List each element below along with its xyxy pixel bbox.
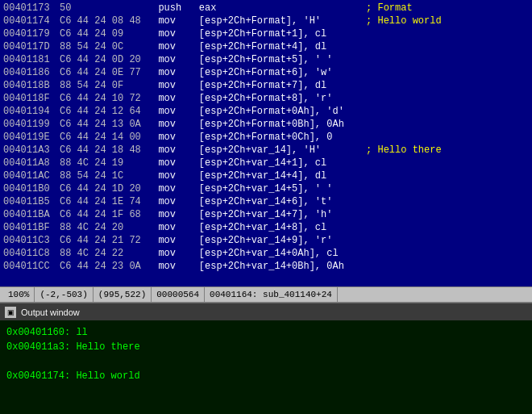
disasm-addr: 004011B0: [3, 182, 60, 195]
disasm-addr: 004011B5: [3, 195, 60, 208]
disasm-addr: 0040118F: [3, 92, 60, 105]
disasm-addr: 004011C8: [3, 247, 60, 260]
disasm-mnemonic: mov: [158, 169, 198, 182]
disasm-mnemonic: mov: [158, 79, 198, 92]
disasm-operands: [esp+2Ch+Format+6], 'w': [199, 66, 360, 79]
table-row: 0040119E C6 44 24 14 00 mov [esp+2Ch+For…: [3, 131, 529, 144]
disasm-addr: 004011BF: [3, 221, 60, 234]
disasm-addr: 00401173: [3, 2, 60, 15]
disasm-comment: ; Hello world: [360, 15, 442, 27]
disasm-bytes: C6 44 24 23 0A: [60, 260, 158, 273]
disasm-addr: 00401199: [3, 118, 60, 131]
disasm-bytes: C6 44 24 18 48: [60, 144, 158, 157]
disasm-addr: 00401194: [3, 105, 60, 118]
table-row: 00401194 C6 44 24 12 64 mov [esp+2Ch+For…: [3, 105, 529, 118]
hex-status: 00000564: [152, 287, 205, 302]
table-row: 00401199 C6 44 24 13 0A mov [esp+2Ch+For…: [3, 118, 529, 131]
disasm-mnemonic: mov: [158, 157, 198, 169]
disasm-mnemonic: mov: [158, 131, 198, 144]
disasm-mnemonic: mov: [158, 53, 198, 66]
disasm-bytes: 88 4C 24 19: [60, 157, 158, 169]
table-row: 00401174 C6 44 24 08 48 mov [esp+2Ch+For…: [3, 15, 529, 27]
disasm-mnemonic: mov: [158, 66, 198, 79]
disasm-mnemonic: push: [158, 2, 198, 15]
table-row: 004011BA C6 44 24 1F 68 mov [esp+2Ch+var…: [3, 208, 529, 221]
info-status: 00401164: sub_401140+24: [205, 287, 338, 302]
output-icon: ▣: [5, 307, 16, 318]
disasm-addr: 00401179: [3, 27, 60, 40]
table-row: 004011A3 C6 44 24 18 48 mov [esp+2Ch+var…: [3, 144, 529, 157]
disasm-mnemonic: mov: [158, 118, 198, 131]
disasm-operands: [esp+2Ch+Format+7], dl: [199, 79, 360, 92]
table-row: 004011C8 88 4C 24 22 mov [esp+2Ch+var_14…: [3, 247, 529, 260]
disasm-operands: [esp+2Ch+Format+0Ah], 'd': [199, 105, 360, 118]
disasm-operands: [esp+2Ch+var_14+7], 'h': [199, 208, 360, 221]
disasm-operands: [esp+2Ch+Format+0Ch], 0: [199, 131, 360, 144]
disasm-operands: [esp+2Ch+Format+5], ' ': [199, 53, 360, 66]
table-row: 0040118B 88 54 24 0F mov [esp+2Ch+Format…: [3, 79, 529, 92]
disasm-mnemonic: mov: [158, 221, 198, 234]
table-row: 00401173 50 push eax ; Format: [3, 2, 529, 15]
output-line: 0x004011a3: Hello there: [6, 340, 526, 354]
disasm-bytes: C6 44 24 1E 74: [60, 195, 158, 208]
table-row: 004011BF 88 4C 24 20 mov [esp+2Ch+var_14…: [3, 221, 529, 234]
disasm-mnemonic: mov: [158, 15, 198, 27]
disasm-mnemonic: mov: [158, 234, 198, 247]
output-header: ▣ Output window: [0, 303, 532, 320]
disasm-bytes: C6 44 24 1F 68: [60, 208, 158, 221]
disasm-bytes: C6 44 24 0E 77: [60, 66, 158, 79]
disasm-mnemonic: mov: [158, 182, 198, 195]
disasm-mnemonic: mov: [158, 27, 198, 40]
disasm-operands: [esp+2Ch+var_14+6], 't': [199, 195, 360, 208]
output-line: [6, 354, 526, 369]
disasm-addr: 00401181: [3, 53, 60, 66]
disasm-addr: 0040118B: [3, 79, 60, 92]
disasm-addr: 004011BA: [3, 208, 60, 221]
table-row: 00401181 C6 44 24 0D 20 mov [esp+2Ch+For…: [3, 53, 529, 66]
disasm-addr: 004011A8: [3, 157, 60, 169]
table-row: 004011C3 C6 44 24 21 72 mov [esp+2Ch+var…: [3, 234, 529, 247]
disasm-comment: ; Format: [360, 2, 413, 15]
disasm-mnemonic: mov: [158, 195, 198, 208]
table-row: 0040117D 88 54 24 0C mov [esp+2Ch+Format…: [3, 40, 529, 53]
disasm-addr: 004011A3: [3, 144, 60, 157]
disasm-bytes: C6 44 24 08 48: [60, 15, 158, 27]
disasm-bytes: 88 54 24 0C: [60, 40, 158, 53]
output-line: 0x00401174: Hello world: [6, 369, 526, 383]
disasm-operands: [esp+2Ch+Format], 'H': [199, 15, 360, 27]
offset-status: (995,522): [94, 287, 152, 302]
disasm-mnemonic: mov: [158, 40, 198, 53]
disasm-mnemonic: mov: [158, 260, 198, 273]
disasm-pane[interactable]: 00401173 50 push eax ; Format00401174 C6…: [0, 0, 532, 286]
disasm-mnemonic: mov: [158, 247, 198, 260]
output-content: 0x00401160: ll0x004011a3: Hello there0x0…: [0, 320, 532, 414]
disasm-operands: [esp+2Ch+var_14+8], cl: [199, 221, 360, 234]
disasm-bytes: 88 54 24 0F: [60, 79, 158, 92]
disasm-bytes: C6 44 24 13 0A: [60, 118, 158, 131]
disasm-bytes: C6 44 24 14 00: [60, 131, 158, 144]
output-pane[interactable]: ▣ Output window 0x00401160: ll0x004011a3…: [0, 303, 532, 414]
zoom-status: 100%: [3, 287, 35, 302]
disasm-bytes: 88 4C 24 22: [60, 247, 158, 260]
disasm-mnemonic: mov: [158, 92, 198, 105]
disasm-addr: 00401174: [3, 15, 60, 27]
disasm-operands: [esp+2Ch+var_14+4], dl: [199, 169, 360, 182]
disasm-addr: 00401186: [3, 66, 60, 79]
table-row: 004011A8 88 4C 24 19 mov [esp+2Ch+var_14…: [3, 157, 529, 169]
table-row: 004011CC C6 44 24 23 0A mov [esp+2Ch+var…: [3, 260, 529, 273]
output-title: Output window: [21, 307, 80, 317]
disasm-operands: [esp+2Ch+var_14+0Ah], cl: [199, 247, 360, 260]
disasm-bytes: 88 4C 24 20: [60, 221, 158, 234]
disasm-bytes: 88 54 24 1C: [60, 169, 158, 182]
disasm-addr: 004011AC: [3, 169, 60, 182]
disasm-bytes: 50: [60, 2, 158, 15]
coords-status: (-2,-503): [35, 287, 93, 302]
disasm-bytes: C6 44 24 12 64: [60, 105, 158, 118]
disasm-operands: [esp+2Ch+var_14+5], ' ': [199, 182, 360, 195]
disasm-operands: [esp+2Ch+Format+0Bh], 0Ah: [199, 118, 360, 131]
disasm-addr: 004011C3: [3, 234, 60, 247]
disasm-bytes: C6 44 24 10 72: [60, 92, 158, 105]
table-row: 004011B5 C6 44 24 1E 74 mov [esp+2Ch+var…: [3, 195, 529, 208]
disasm-operands: [esp+2Ch+var_14+1], cl: [199, 157, 360, 169]
disasm-bytes: C6 44 24 21 72: [60, 234, 158, 247]
